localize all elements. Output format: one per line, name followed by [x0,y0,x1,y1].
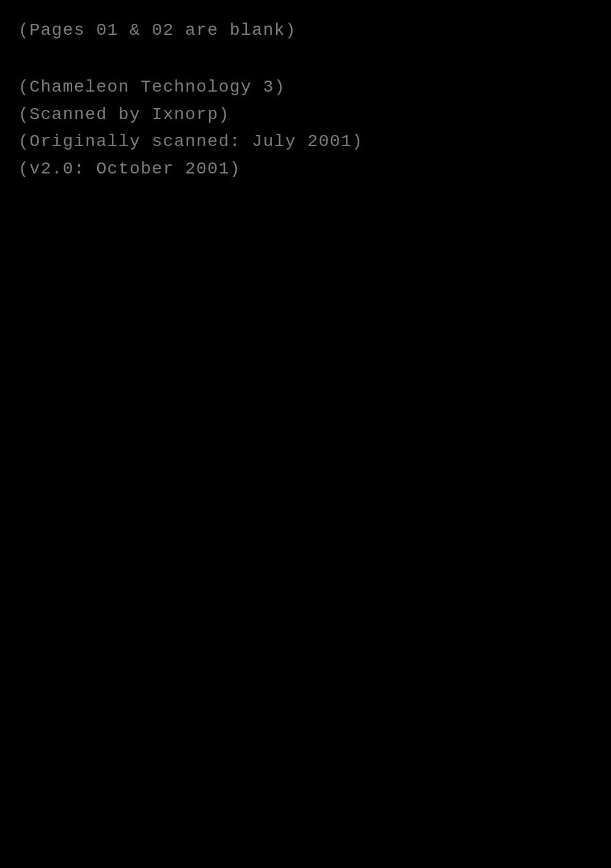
version-date-line: (v2.0: October 2001) [18,156,593,183]
group-metadata: (Chameleon Technology 3) (Scanned by Ixn… [18,74,593,183]
original-scan-date-line: (Originally scanned: July 2001) [18,128,593,156]
scanned-by-line: (Scanned by Ixnorp) [18,101,593,129]
chameleon-tech-line: (Chameleon Technology 3) [18,74,593,101]
main-content: (Pages 01 & 02 are blank) (Chameleon Tec… [18,17,593,183]
pages-blank-line: (Pages 01 & 02 are blank) [18,17,593,45]
blank-spacer [18,51,593,68]
group-pages-note: (Pages 01 & 02 are blank) [18,17,593,45]
